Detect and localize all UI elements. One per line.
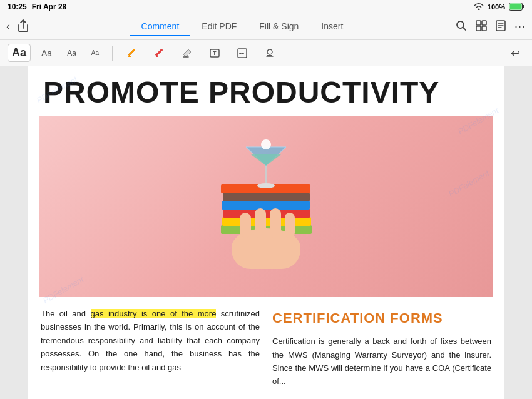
status-bar: 10:25 Fri Apr 28 100%: [0, 0, 532, 14]
svg-point-28: [257, 183, 275, 188]
svg-rect-25: [270, 208, 281, 238]
nav-tabs: Comment Edit PDF Fill & Sign Insert: [34, 18, 451, 36]
date: Fri Apr 28: [32, 3, 67, 11]
toolbar: Aa Aa Aa Aa T: [0, 40, 532, 66]
tab-edit-pdf[interactable]: Edit PDF: [190, 18, 248, 36]
back-icon[interactable]: ‹: [6, 20, 10, 33]
tab-comment[interactable]: Comment: [130, 18, 191, 36]
wifi-icon: [474, 3, 484, 11]
svg-rect-1: [510, 3, 522, 9]
svg-rect-5: [482, 21, 486, 25]
highlighted-text: gas industry is one of the more: [91, 309, 217, 318]
divider-1: [112, 46, 113, 61]
svg-rect-9: [128, 56, 131, 57]
battery-icon: [509, 3, 524, 12]
nav-bar: ‹ Comment Edit PDF Fill & Sign Insert: [0, 14, 532, 40]
svg-rect-23: [240, 213, 251, 238]
underlined-text: oil and gas: [141, 363, 181, 372]
tab-fill-sign[interactable]: Fill & Sign: [248, 18, 310, 36]
text-style-medium[interactable]: Aa: [37, 46, 56, 61]
highlight-pen-orange[interactable]: [121, 44, 143, 62]
highlight-pen-red[interactable]: [149, 44, 170, 62]
svg-point-14: [267, 49, 272, 54]
document-area: PDFelement PDFelement PDFelement PDFelem…: [0, 66, 532, 399]
svg-text:T: T: [213, 50, 217, 56]
more-options-icon[interactable]: ···: [514, 20, 526, 33]
right-column-body: Certification is generally a back and fo…: [272, 335, 491, 388]
svg-rect-7: [482, 26, 486, 31]
svg-rect-18: [222, 201, 310, 210]
svg-rect-4: [476, 21, 481, 25]
grid-icon[interactable]: [476, 20, 487, 34]
svg-rect-2: [523, 5, 524, 8]
text-style-xs[interactable]: Aa: [87, 47, 103, 59]
status-left: 10:25 Fri Apr 28: [8, 3, 66, 11]
text-before-highlight: The oil and: [41, 309, 91, 318]
eraser-tool[interactable]: [176, 44, 198, 62]
tab-insert[interactable]: Insert: [310, 18, 354, 36]
share-icon[interactable]: [18, 19, 29, 34]
time: 10:25: [8, 3, 27, 11]
svg-point-27: [261, 139, 271, 149]
page-icon[interactable]: [496, 20, 506, 34]
right-column-title: CERTIFICATION FORMS: [272, 307, 491, 330]
page-main-title: PROMOTE PRODUCTIVITY: [43, 76, 489, 109]
status-right: 100%: [474, 3, 524, 12]
text-style-large[interactable]: Aa: [8, 44, 31, 62]
page-title-section: PROMOTE PRODUCTIVITY: [28, 66, 504, 116]
battery-label: 100%: [488, 3, 505, 11]
left-column: The oil and gas industry is one of the m…: [41, 307, 260, 388]
svg-point-3: [457, 21, 464, 28]
nav-right: ···: [456, 20, 526, 34]
text-style-small[interactable]: Aa: [63, 46, 81, 60]
svg-rect-17: [223, 209, 310, 218]
svg-rect-26: [285, 213, 295, 238]
dash-tool[interactable]: [232, 44, 253, 62]
svg-rect-10: [156, 56, 158, 57]
svg-rect-6: [476, 26, 481, 31]
hero-illustration: [39, 116, 493, 297]
hero-image: [39, 116, 493, 297]
text-box-tool[interactable]: T: [204, 44, 225, 62]
pdf-page: PDFelement PDFelement PDFelement PDFelem…: [28, 66, 504, 399]
two-column-section: The oil and gas industry is one of the m…: [28, 297, 504, 395]
svg-rect-16: [222, 217, 311, 226]
search-icon[interactable]: [456, 20, 467, 34]
undo-button[interactable]: ↩: [506, 44, 524, 63]
stamp-tool[interactable]: [259, 44, 280, 62]
right-column: CERTIFICATION FORMS Certification is gen…: [272, 307, 491, 388]
nav-left: ‹: [6, 19, 29, 34]
hero-background: [39, 116, 493, 297]
svg-rect-19: [223, 193, 310, 201]
svg-rect-24: [255, 208, 266, 238]
undo-icon: ↩: [511, 46, 520, 60]
